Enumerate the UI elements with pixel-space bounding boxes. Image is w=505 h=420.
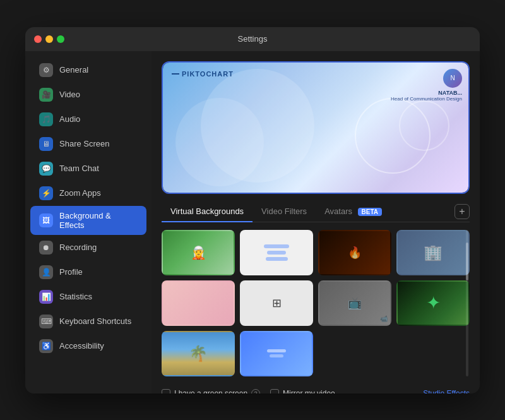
main-content: ⚙ General 🎥 Video 🎵 Audio 🖥 Share Screen… [25,51,480,393]
mirror-video-checkbox[interactable]: Mirror my video [270,389,335,393]
sidebar: ⚙ General 🎥 Video 🎵 Audio 🖥 Share Screen… [25,51,152,393]
background-effects-icon: 🖼 [39,213,53,227]
sidebar-label-statistics: Statistics [59,292,92,301]
thumb-fireplace[interactable]: 🔥 [318,230,391,275]
team-chat-icon: 💬 [39,162,53,176]
settings-window: Settings ⚙ General 🎥 Video 🎵 Audio 🖥 Sha… [25,27,480,393]
blur-visual [264,244,289,261]
aurora-visual: ✦ [426,292,441,313]
logo-dash [172,73,179,75]
sidebar-item-share-screen[interactable]: 🖥 Share Screen [30,132,146,156]
sidebar-label-audio: Audio [59,114,80,124]
blur-icon: ⊞ [272,296,282,310]
thumb-blue-gradient[interactable] [240,331,313,376]
thumb-aurora[interactable]: ✦ [396,280,470,326]
thumb-content: ✦ [398,282,468,325]
bottom-bar: I have a green screen ? Mirror my video … [162,384,470,393]
thumb-content: 🧝 [163,231,234,274]
thumb-green-field[interactable]: 🧝 [162,230,235,275]
preview-user-info: N NATAB... Head of Communication Design [391,69,462,102]
thumb-content [241,231,312,274]
sidebar-item-recording[interactable]: ⏺ Recording [30,236,146,260]
sidebar-item-statistics[interactable]: 📊 Statistics [30,285,146,309]
window-controls [34,35,64,43]
sidebar-item-background-effects[interactable]: 🖼 Background & Effects [30,206,146,235]
thumb-content: 🔥 [319,231,390,274]
sidebar-label-share-screen: Share Screen [59,139,110,148]
sidebar-label-keyboard: Keyboard Shortcuts [59,316,131,326]
sidebar-label-zoom-apps: Zoom Apps [59,188,101,198]
palm-emoji: 🌴 [189,345,208,363]
avatar: N [443,69,462,88]
general-icon: ⚙ [39,63,53,77]
thumb-white2[interactable]: ⊞ [240,280,313,326]
fireplace-emoji: 🔥 [348,246,362,260]
scrollbar-thumb[interactable] [466,243,468,280]
mirror-label: Mirror my video [283,389,335,393]
green-screen-checkbox[interactable]: I have a green screen ? [162,389,260,393]
thumb-beach[interactable]: 🌴 [162,331,235,376]
sidebar-item-general[interactable]: ⚙ General [30,58,146,82]
tab-avatars[interactable]: Avatars BETA [316,201,391,222]
accessibility-icon: ♿ [39,339,53,353]
blur-line-1 [264,244,289,248]
tabs-row: Virtual Backgrounds Video Filters Avatar… [162,201,470,222]
tab-video-filters[interactable]: Video Filters [252,201,316,222]
thumb-content [163,282,234,325]
sidebar-item-team-chat[interactable]: 💬 Team Chat [30,157,146,181]
sidebar-item-video[interactable]: 🎥 Video [30,83,146,107]
thumb-office-room[interactable]: 🏢 [396,230,470,275]
sidebar-item-keyboard-shortcuts[interactable]: ⌨ Keyboard Shortcuts [30,309,146,333]
thumb-pink[interactable] [162,280,235,326]
deco-circle-4 [399,100,449,151]
thumbnails-grid: 🧝 🔥 [162,230,470,376]
sidebar-label-recording: Recording [59,243,97,252]
minimize-button[interactable] [45,35,53,43]
green-screen-label: I have a green screen [174,389,247,393]
thumb-white-blur[interactable] [240,230,313,275]
mirror-check[interactable] [270,389,279,393]
character-emoji: 🧝 [191,245,206,260]
thumb-gray[interactable]: 📺 📹 [318,280,391,326]
recording-icon: ⏺ [39,241,53,255]
beta-badge: BETA [358,208,382,216]
room-emoji: 🏢 [424,244,443,261]
audio-icon: 🎵 [39,112,53,126]
keyboard-icon: ⌨ [39,315,53,328]
thumbnails-wrapper: 🧝 🔥 [162,230,470,376]
sidebar-label-video: Video [59,90,80,99]
sidebar-item-audio[interactable]: 🎵 Audio [30,107,146,131]
sidebar-item-accessibility[interactable]: ♿ Accessibility [30,334,146,358]
logo-text: PIKTOCHART [182,70,234,78]
studio-effects-button[interactable]: Studio Effects [423,389,470,393]
video-badge: 📹 [380,315,388,322]
video-icon: 🎥 [39,88,53,102]
main-panel: PIKTOCHART N NATAB... Head of Communicat… [152,51,480,393]
thumb-content: ⊞ [241,282,312,325]
close-button[interactable] [34,35,42,43]
preview-background: PIKTOCHART N NATAB... Head of Communicat… [163,63,468,193]
titlebar: Settings [25,27,480,51]
sidebar-label-profile: Profile [59,267,83,277]
tab-virtual-backgrounds[interactable]: Virtual Backgrounds [162,201,252,222]
profile-icon: 👤 [39,265,53,279]
screen-icon: 📺 [348,296,362,310]
sidebar-item-zoom-apps[interactable]: ⚡ Zoom Apps [30,181,146,205]
green-screen-check[interactable] [162,389,170,393]
preview-logo: PIKTOCHART [172,70,234,78]
deco-circle-2 [175,98,264,186]
add-background-button[interactable]: + [454,204,470,219]
share-screen-icon: 🖥 [39,137,53,151]
help-icon[interactable]: ? [251,389,260,393]
zoom-apps-icon: ⚡ [39,186,53,200]
maximize-button[interactable] [57,35,64,43]
thumb-content [241,332,312,375]
scrollbar-track[interactable] [466,230,468,376]
video-preview: PIKTOCHART N NATAB... Head of Communicat… [162,61,470,194]
blur-line-2 [267,251,286,255]
window-title: Settings [238,34,268,44]
blur-line-3 [266,257,288,261]
thumb-content: 🌴 [163,332,234,375]
sidebar-item-profile[interactable]: 👤 Profile [30,260,146,284]
user-name: NATAB... [391,90,462,96]
